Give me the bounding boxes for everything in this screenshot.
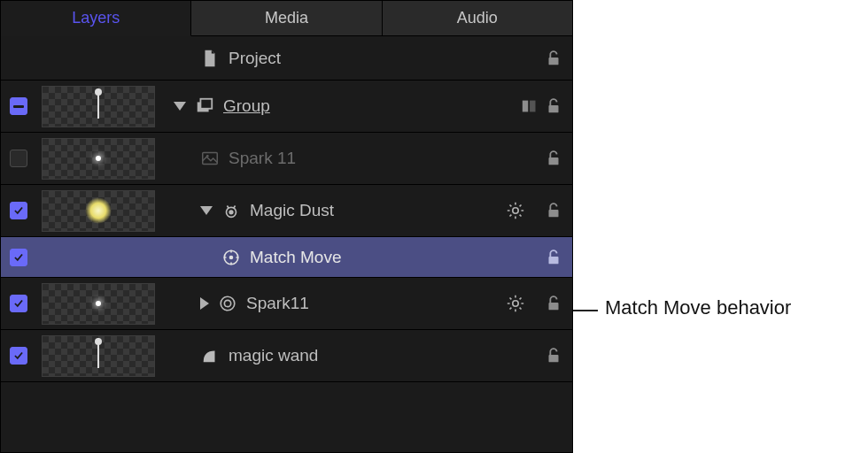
panel-tabs: Layers Media Audio [1, 1, 572, 36]
annotation-area: Match Move behavior [573, 0, 868, 453]
image-icon [200, 149, 220, 168]
disclosure-triangle-down[interactable] [174, 102, 186, 111]
svg-point-10 [229, 211, 233, 214]
layer-label: magic wand [229, 346, 318, 365]
shape-icon [200, 346, 220, 365]
particle-cell-icon [218, 294, 237, 313]
svg-rect-0 [549, 58, 559, 65]
unlock-icon[interactable] [544, 248, 563, 267]
group-label[interactable]: Group [223, 96, 270, 116]
layer-row-magic-wand[interactable]: magic wand [1, 330, 572, 382]
svg-rect-3 [523, 101, 528, 112]
layer-row-spark11-disabled[interactable]: Spark 11 [1, 133, 572, 185]
layer-thumbnail [42, 335, 155, 377]
tab-audio[interactable]: Audio [383, 1, 572, 36]
layer-row-match-move[interactable]: Match Move [1, 237, 572, 278]
layer-label: Spark 11 [229, 149, 296, 168]
svg-rect-20 [549, 355, 559, 362]
document-icon [200, 49, 220, 68]
tab-media[interactable]: Media [191, 1, 382, 36]
svg-point-17 [224, 300, 230, 306]
behavior-label: Match Move [250, 248, 341, 267]
layer-thumbnail [42, 138, 155, 180]
callout-label: Match Move behavior [605, 296, 791, 319]
unlock-icon[interactable] [544, 49, 563, 68]
enable-checkbox-on[interactable] [10, 249, 27, 266]
svg-point-11 [513, 208, 518, 213]
svg-rect-5 [549, 105, 559, 112]
unlock-icon[interactable] [544, 294, 563, 313]
svg-point-16 [221, 296, 235, 311]
enable-checkbox-on[interactable] [10, 295, 27, 312]
layer-list: Project Group [1, 36, 572, 452]
layer-thumbnail [42, 190, 155, 232]
svg-point-18 [513, 301, 518, 306]
layer-row-spark11[interactable]: Spark11 [1, 278, 572, 330]
gear-icon[interactable] [506, 201, 525, 220]
project-label: Project [229, 49, 281, 68]
layer-row-project[interactable]: Project [1, 36, 572, 81]
svg-rect-19 [549, 303, 559, 310]
tab-layers[interactable]: Layers [1, 1, 191, 36]
flatten-icon[interactable] [521, 96, 540, 116]
gear-icon[interactable] [506, 294, 525, 313]
enable-checkbox-on[interactable] [10, 347, 27, 365]
enable-checkbox-off[interactable] [10, 150, 27, 167]
unlock-icon[interactable] [544, 149, 563, 168]
layers-panel: Layers Media Audio Project [0, 0, 573, 453]
callout-leader-line [573, 310, 598, 311]
svg-rect-4 [530, 101, 535, 112]
layer-row-group[interactable]: Group [1, 81, 572, 133]
unlock-icon[interactable] [544, 96, 563, 116]
emitter-icon [221, 201, 241, 220]
behavior-gear-icon [221, 248, 241, 267]
svg-rect-12 [549, 210, 559, 217]
unlock-icon[interactable] [544, 201, 563, 220]
layer-row-magic-dust[interactable]: Magic Dust [1, 185, 572, 237]
svg-point-14 [229, 255, 234, 259]
enable-checkbox-on[interactable] [10, 202, 27, 219]
disclosure-triangle-down[interactable] [200, 206, 213, 215]
svg-point-7 [206, 155, 209, 157]
layer-thumbnail [42, 283, 155, 325]
svg-rect-15 [549, 257, 559, 264]
disclosure-triangle-right[interactable] [200, 297, 209, 310]
enable-checkbox-mixed[interactable] [10, 97, 27, 115]
layer-label: Magic Dust [250, 201, 334, 220]
svg-rect-8 [549, 157, 559, 165]
group-icon [195, 96, 214, 116]
unlock-icon[interactable] [544, 346, 563, 365]
svg-rect-2 [200, 99, 212, 109]
layer-label: Spark11 [246, 294, 309, 313]
layer-thumbnail [42, 86, 155, 127]
